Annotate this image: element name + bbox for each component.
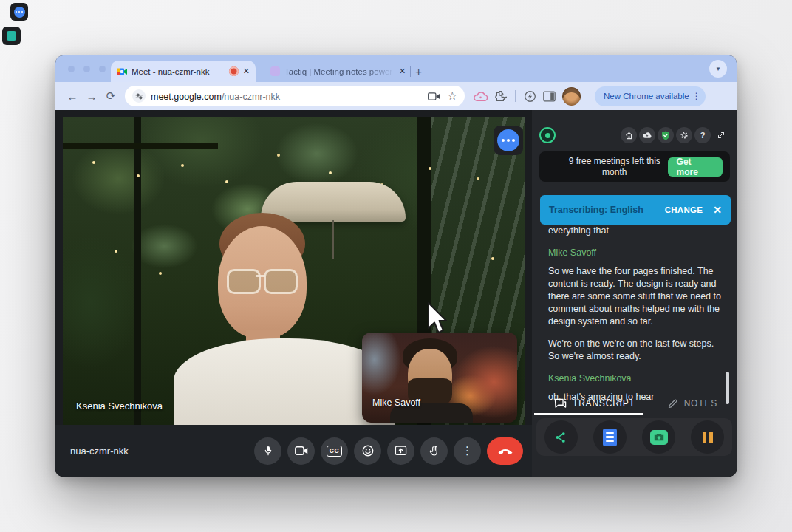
present-button[interactable] [387, 437, 414, 465]
transcript-list: everything that Mike Savoff So we have t… [548, 225, 726, 403]
extensions-puzzle-icon[interactable] [494, 90, 507, 103]
google-docs-button[interactable] [593, 420, 627, 454]
chrome-update-button[interactable]: New Chrome available ⋮ [595, 86, 706, 106]
tab-close-icon[interactable]: ✕ [243, 67, 250, 75]
url-host: meet.google.com [151, 92, 222, 102]
pencil-icon [667, 398, 678, 409]
toolbar-divider [515, 90, 516, 102]
change-language-button[interactable]: CHANGE [665, 205, 703, 214]
free-meetings-banner: 9 free meetings left this month Get more [539, 151, 730, 182]
tactiq-header-buttons: ? [621, 127, 729, 143]
forward-button[interactable]: → [82, 86, 101, 106]
chat-bubble-icon [14, 7, 25, 18]
meet-control-bar: nua-czmr-nkk CC [55, 425, 532, 477]
new-tab-button[interactable]: + [415, 66, 422, 77]
chat-icon [554, 398, 567, 409]
window-close-button[interactable] [68, 66, 75, 72]
share-button[interactable] [544, 420, 578, 454]
more-options-button[interactable]: ⋮ [454, 437, 481, 465]
settings-gear-button[interactable] [676, 127, 692, 143]
tab-strip: Meet - nua-czmr-nkk ✕ Tactiq | Meeting n… [55, 55, 737, 82]
share-icon [554, 431, 567, 444]
screenshot-button[interactable] [642, 420, 675, 454]
battery-extension-icon[interactable] [524, 90, 536, 103]
transcript-text: So we have the four pages finished. The … [548, 265, 726, 328]
url-path: /nua-czmr-nkk [222, 92, 280, 102]
tab-title: Meet - nua-czmr-nkk [132, 67, 225, 76]
window-zoom-button[interactable] [99, 66, 106, 72]
tab-search-button[interactable]: ▾ [709, 60, 727, 78]
recording-indicator-icon [229, 66, 239, 76]
help-button[interactable]: ? [694, 127, 711, 143]
cc-icon: CC [327, 446, 341, 457]
kebab-menu-icon[interactable]: ⋮ [692, 91, 701, 101]
question-icon: ? [700, 131, 706, 140]
door-frame [134, 117, 141, 425]
detach-panel-button[interactable] [713, 127, 729, 143]
camera-icon [650, 430, 668, 445]
shield-check-button[interactable] [658, 127, 674, 143]
meet-favicon [117, 66, 127, 77]
meet-stage: Mike Savoff Ksenia Svechnikova nua-czmr-… [55, 110, 532, 477]
floating-recorder-badge[interactable] [2, 27, 21, 45]
floating-chat-badge[interactable] [10, 3, 28, 21]
active-tab-underline [534, 413, 644, 415]
home-button[interactable] [621, 127, 637, 143]
captions-button[interactable]: CC [321, 437, 348, 465]
transcript-text: We're on the we're on the last few steps… [548, 338, 726, 363]
tactiq-sidebar: ? 9 free meetings left this month Get mo… [532, 110, 737, 477]
end-call-button[interactable] [487, 437, 523, 465]
profile-avatar[interactable] [562, 87, 581, 106]
chrome-update-label: New Chrome available [604, 92, 689, 100]
tactiq-header: ? [539, 126, 729, 144]
tab-meet[interactable]: Meet - nua-czmr-nkk ✕ [111, 61, 256, 82]
get-more-button[interactable]: Get more [668, 157, 723, 177]
back-button[interactable]: ← [63, 86, 82, 106]
transcribing-bar: Transcribing: English CHANGE ✕ [540, 195, 731, 225]
reactions-button[interactable] [354, 437, 381, 465]
pip-name-label: Mike Savoff [372, 398, 420, 408]
tab-notes[interactable]: NOTES [667, 398, 717, 409]
patio-umbrella [261, 182, 406, 222]
window-minimize-button[interactable] [83, 66, 90, 72]
raise-hand-button[interactable] [420, 437, 448, 465]
participant-name-label: Ksenia Svechnikova [76, 400, 163, 412]
site-info-icon[interactable] [132, 89, 146, 103]
door-frame-top [63, 143, 218, 149]
tactiq-action-bar [536, 418, 732, 456]
tactiq-logo-icon [539, 127, 556, 143]
tab-close-icon[interactable]: ✕ [399, 67, 406, 75]
close-icon[interactable]: ✕ [713, 204, 722, 216]
camera-button[interactable] [287, 437, 315, 465]
chat-bubble-badge-icon [497, 129, 519, 151]
side-panel-icon[interactable] [543, 91, 556, 102]
google-docs-icon [603, 429, 617, 446]
tab-transcript[interactable]: TRANSCRIPT [554, 398, 635, 409]
reload-button[interactable]: ⟳ [101, 86, 120, 106]
transcript-speaker: Mike Savoff [548, 247, 726, 259]
browser-window: Meet - nua-czmr-nkk ✕ Tactiq | Meeting n… [55, 55, 737, 477]
pip-video-tile[interactable]: Mike Savoff [362, 332, 517, 423]
tactiq-favicon [270, 66, 280, 76]
meeting-widget-tile[interactable] [494, 126, 523, 155]
microphone-button[interactable] [254, 437, 281, 465]
tab-title: Tactiq | Meeting notes power [284, 67, 395, 76]
transcript-text: everything that [548, 225, 726, 237]
tab-transcript-label: TRANSCRIPT [573, 398, 635, 409]
transcript-speaker: Ksenia Svechnikova [548, 372, 726, 385]
pink-extension-icon[interactable] [474, 91, 488, 102]
transcribing-label: Transcribing: English [549, 205, 644, 215]
extensions-row: New Chrome available ⋮ [474, 86, 706, 106]
url-bar[interactable]: meet.google.com/nua-czmr-nkk ☆ [125, 86, 465, 106]
tab-tactiq[interactable]: Tactiq | Meeting notes power ✕ + [266, 61, 426, 82]
meeting-code-label: nua-czmr-nkk [70, 446, 129, 457]
umbrella-pole [332, 220, 334, 259]
pause-recording-button[interactable] [691, 420, 724, 454]
pause-icon [703, 432, 713, 443]
meet-controls: CC ⋮ [254, 437, 523, 465]
cloud-upload-button[interactable] [639, 127, 655, 143]
camera-permission-icon[interactable] [428, 92, 440, 101]
bookmark-star-icon[interactable]: ☆ [448, 89, 457, 103]
tab-divider [410, 66, 411, 77]
kebab-icon: ⋮ [462, 444, 473, 457]
